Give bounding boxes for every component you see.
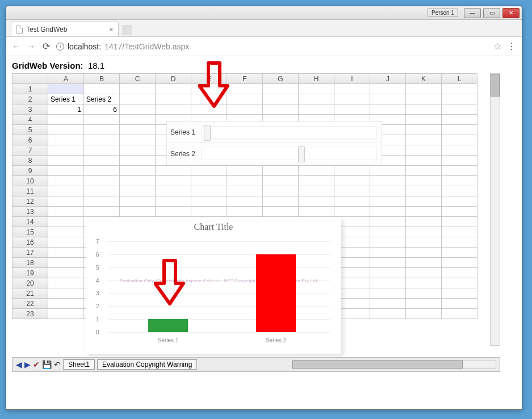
row-header-5[interactable]: 5 <box>12 125 48 135</box>
cell-I2[interactable] <box>334 94 370 104</box>
cell-C12[interactable] <box>120 196 156 207</box>
maximize-button[interactable]: ▭ <box>483 8 500 18</box>
slider-track-2[interactable] <box>201 148 377 160</box>
row-header-7[interactable]: 7 <box>12 145 48 156</box>
cell-A23[interactable] <box>48 309 84 319</box>
cell-H1[interactable] <box>299 84 334 94</box>
cell-L9[interactable] <box>442 166 477 176</box>
cell-G11[interactable] <box>263 186 299 196</box>
cell-E9[interactable] <box>191 166 227 176</box>
col-header-F[interactable]: F <box>227 74 263 84</box>
cell-J20[interactable] <box>370 278 406 288</box>
cell-I10[interactable] <box>334 176 370 186</box>
cell-A11[interactable] <box>48 186 84 196</box>
cell-A13[interactable] <box>48 207 84 217</box>
cell-K11[interactable] <box>406 186 442 196</box>
cell-K14[interactable] <box>406 217 442 227</box>
cell-C5[interactable] <box>120 125 156 135</box>
embedded-chart[interactable]: Chart Title 01234567Evaluation Only. Cre… <box>86 217 341 354</box>
cell-G1[interactable] <box>263 84 299 94</box>
cell-B1[interactable] <box>84 84 120 94</box>
cell-E10[interactable] <box>191 176 227 186</box>
cell-L2[interactable] <box>442 94 477 104</box>
cell-D12[interactable] <box>156 196 191 207</box>
cell-K13[interactable] <box>406 207 442 217</box>
col-header-J[interactable]: J <box>370 74 406 84</box>
select-all-cell[interactable] <box>12 74 48 84</box>
row-header-20[interactable]: 20 <box>12 278 48 288</box>
col-header-I[interactable]: I <box>334 74 370 84</box>
prev-sheet-icon[interactable]: ◀ <box>16 360 22 369</box>
cell-A12[interactable] <box>48 196 84 207</box>
cell-L6[interactable] <box>442 135 477 145</box>
cell-B11[interactable] <box>84 186 120 196</box>
site-info-icon[interactable]: i <box>56 43 64 51</box>
cell-L15[interactable] <box>442 227 477 237</box>
row-header-12[interactable]: 12 <box>12 196 48 207</box>
profile-badge[interactable]: Person 1 <box>428 9 458 17</box>
col-header-C[interactable]: C <box>120 74 156 84</box>
cell-J11[interactable] <box>370 186 406 196</box>
cell-F1[interactable] <box>227 84 263 94</box>
cell-C9[interactable] <box>120 166 156 176</box>
slider-knob-1[interactable] <box>204 125 211 141</box>
row-header-23[interactable]: 23 <box>12 309 48 319</box>
row-header-8[interactable]: 8 <box>12 156 48 166</box>
cell-G12[interactable] <box>263 196 299 207</box>
cell-H9[interactable] <box>299 166 334 176</box>
row-header-15[interactable]: 15 <box>12 227 48 237</box>
cell-L23[interactable] <box>442 309 477 319</box>
cell-J14[interactable] <box>370 217 406 227</box>
cell-A3[interactable]: 1 <box>48 104 84 115</box>
cell-J2[interactable] <box>370 94 406 104</box>
reload-button[interactable]: ⟳ <box>41 41 51 52</box>
cell-L18[interactable] <box>442 258 477 268</box>
row-header-11[interactable]: 11 <box>12 186 48 196</box>
cell-B5[interactable] <box>84 125 120 135</box>
cell-A22[interactable] <box>48 299 84 309</box>
cell-H11[interactable] <box>299 186 334 196</box>
new-tab-button[interactable] <box>122 25 132 35</box>
cell-C7[interactable] <box>120 145 156 156</box>
cell-B8[interactable] <box>84 156 120 166</box>
cell-H3[interactable] <box>299 104 334 115</box>
cell-L14[interactable] <box>442 217 477 227</box>
cell-A1[interactable] <box>48 84 84 94</box>
cell-B12[interactable] <box>84 196 120 207</box>
cell-A17[interactable] <box>48 248 84 258</box>
cell-A2[interactable]: Series 1 <box>48 94 84 104</box>
cell-J18[interactable] <box>370 258 406 268</box>
cell-B2[interactable]: Series 2 <box>84 94 120 104</box>
cell-D3[interactable] <box>156 104 191 115</box>
cell-I1[interactable] <box>334 84 370 94</box>
col-header-A[interactable]: A <box>48 74 84 84</box>
cell-K20[interactable] <box>406 278 442 288</box>
cell-B10[interactable] <box>84 176 120 186</box>
minimize-button[interactable]: — <box>464 8 481 18</box>
cell-K10[interactable] <box>406 176 442 186</box>
cell-H13[interactable] <box>299 207 334 217</box>
horizontal-scrollbar[interactable] <box>292 360 496 369</box>
cell-A20[interactable] <box>48 278 84 288</box>
submit-icon[interactable]: ✔ <box>33 360 40 369</box>
cell-B7[interactable] <box>84 145 120 156</box>
cell-J21[interactable] <box>370 288 406 299</box>
undo-icon[interactable]: ↶ <box>54 360 61 369</box>
cell-C4[interactable] <box>120 115 156 125</box>
cell-G2[interactable] <box>263 94 299 104</box>
row-header-3[interactable]: 3 <box>12 104 48 115</box>
cell-K1[interactable] <box>406 84 442 94</box>
cell-D13[interactable] <box>156 207 191 217</box>
cell-C1[interactable] <box>120 84 156 94</box>
row-header-4[interactable]: 4 <box>12 115 48 125</box>
cell-D1[interactable] <box>156 84 191 94</box>
cell-L22[interactable] <box>442 299 477 309</box>
cell-I3[interactable] <box>334 104 370 115</box>
cell-D2[interactable] <box>156 94 191 104</box>
cell-I13[interactable] <box>334 207 370 217</box>
cell-L16[interactable] <box>442 237 477 248</box>
col-header-L[interactable]: L <box>442 74 477 84</box>
row-header-22[interactable]: 22 <box>12 299 48 309</box>
cell-A14[interactable] <box>48 217 84 227</box>
col-header-D[interactable]: D <box>156 74 191 84</box>
